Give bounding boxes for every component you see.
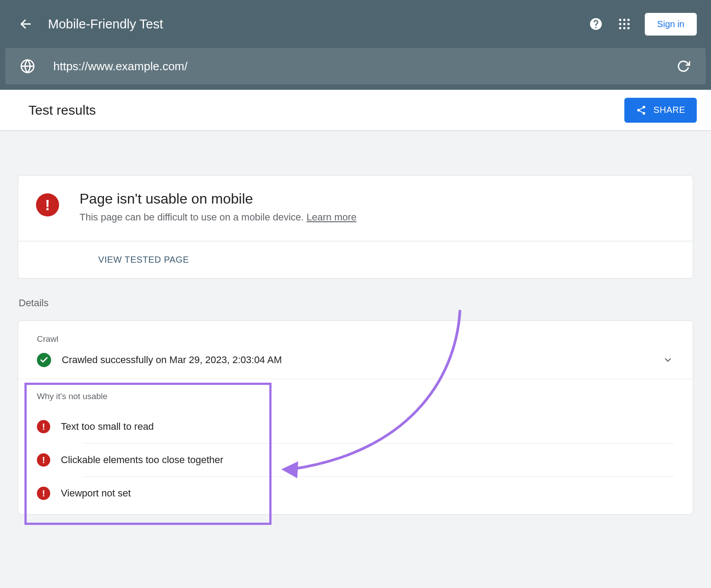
svg-point-6 xyxy=(627,23,630,25)
svg-point-5 xyxy=(623,23,625,25)
app-title: Mobile-Friendly Test xyxy=(48,17,588,32)
error-icon: ! xyxy=(37,420,50,433)
help-icon xyxy=(589,17,603,31)
status-row: ! Page isn't usable on mobile This page … xyxy=(18,176,693,241)
view-tested-row: VIEW TESTED PAGE xyxy=(18,241,693,278)
app-header: Mobile-Friendly Test Sign in xyxy=(0,0,711,48)
results-header: Test results SHARE xyxy=(0,90,711,131)
svg-point-4 xyxy=(619,23,621,25)
content-area: ! Page isn't usable on mobile This page … xyxy=(0,131,711,515)
status-description: This page can be difficult to use on a m… xyxy=(80,212,356,223)
refresh-button[interactable] xyxy=(675,58,691,74)
crawl-section: Crawl Crawled successfully on Mar 29, 20… xyxy=(18,321,693,379)
chevron-down-icon xyxy=(663,355,673,365)
issues-label: Why it's not usable xyxy=(37,392,674,401)
svg-point-14 xyxy=(643,112,645,115)
issue-row[interactable]: ! Text too small to read xyxy=(37,410,674,443)
share-label: SHARE xyxy=(654,105,685,115)
check-icon xyxy=(37,353,51,367)
svg-point-3 xyxy=(627,19,630,21)
svg-point-2 xyxy=(623,19,625,21)
error-icon: ! xyxy=(37,453,50,467)
svg-point-7 xyxy=(619,27,621,29)
issues-wrapper: Why it's not usable ! Text too small to … xyxy=(18,379,693,514)
apps-button[interactable] xyxy=(616,16,632,32)
svg-point-1 xyxy=(619,19,621,21)
svg-point-13 xyxy=(637,109,640,112)
url-bar[interactable]: https://www.example.com/ xyxy=(5,48,706,84)
details-card: Crawl Crawled successfully on Mar 29, 20… xyxy=(18,320,693,515)
back-button[interactable] xyxy=(16,14,36,34)
issue-text: Viewport not set xyxy=(61,488,131,499)
svg-point-12 xyxy=(643,106,645,108)
issue-row[interactable]: ! Viewport not set xyxy=(37,477,674,510)
url-bar-container: https://www.example.com/ xyxy=(0,48,711,90)
header-actions: Sign in xyxy=(588,13,697,36)
refresh-icon xyxy=(677,60,690,73)
status-title: Page isn't usable on mobile xyxy=(80,191,356,207)
details-section-label: Details xyxy=(19,297,693,309)
issues-section: Why it's not usable ! Text too small to … xyxy=(18,379,693,514)
error-icon: ! xyxy=(37,487,50,500)
issue-text: Text too small to read xyxy=(61,421,154,432)
arrow-left-icon xyxy=(19,17,32,31)
results-title: Test results xyxy=(28,103,624,118)
error-icon: ! xyxy=(36,193,59,216)
globe-icon xyxy=(20,58,36,74)
share-button[interactable]: SHARE xyxy=(624,98,697,123)
issue-text: Clickable elements too close together xyxy=(61,454,224,466)
svg-point-8 xyxy=(623,27,625,29)
status-text-block: Page isn't usable on mobile This page ca… xyxy=(80,191,356,223)
svg-point-9 xyxy=(627,27,630,29)
signin-button[interactable]: Sign in xyxy=(645,13,697,36)
apps-grid-icon xyxy=(618,18,631,30)
issue-row[interactable]: ! Clickable elements too close together xyxy=(37,444,674,476)
help-button[interactable] xyxy=(588,16,604,32)
learn-more-link[interactable]: Learn more xyxy=(307,212,357,223)
status-card: ! Page isn't usable on mobile This page … xyxy=(18,175,693,279)
view-tested-page-button[interactable]: VIEW TESTED PAGE xyxy=(98,255,189,265)
share-icon xyxy=(636,105,647,116)
expand-chevron xyxy=(662,354,674,366)
crawl-label: Crawl xyxy=(37,334,674,344)
crawl-row[interactable]: Crawled successfully on Mar 29, 2023, 2:… xyxy=(37,353,674,367)
svg-line-15 xyxy=(639,111,643,112)
svg-line-16 xyxy=(639,108,643,109)
url-input[interactable]: https://www.example.com/ xyxy=(53,60,675,73)
crawl-status-text: Crawled successfully on Mar 29, 2023, 2:… xyxy=(62,354,662,366)
